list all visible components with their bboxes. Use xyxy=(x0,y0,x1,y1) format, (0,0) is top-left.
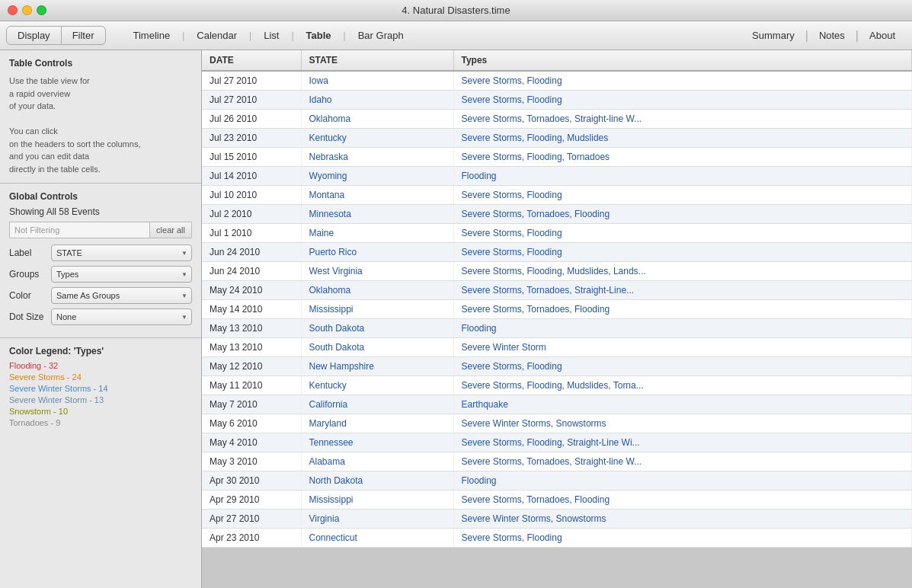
header-state[interactable]: STATE xyxy=(301,50,453,71)
cell-state[interactable]: California xyxy=(301,395,453,414)
cell-state[interactable]: Tennessee xyxy=(301,433,453,452)
cell-types: Severe Storms, Flooding xyxy=(453,529,912,548)
tab-calendar[interactable]: Calendar xyxy=(184,27,249,44)
color-select-wrapper[interactable]: Same As Groups xyxy=(51,287,192,304)
cell-state[interactable]: Idaho xyxy=(301,91,453,110)
display-button[interactable]: Display xyxy=(6,26,62,45)
table-row[interactable]: Jul 1 2010MaineSevere Storms, Flooding xyxy=(202,224,912,243)
cell-state[interactable]: Oklahoma xyxy=(301,281,453,300)
table-row[interactable]: May 14 2010MississippiSevere Storms, Tor… xyxy=(202,300,912,319)
cell-state[interactable]: Wyoming xyxy=(301,167,453,186)
tab-timeline[interactable]: Timeline xyxy=(121,27,183,44)
filter-bar: Not Filtering clear all xyxy=(9,222,192,238)
legend-item-4[interactable]: Snowstorm - 10 xyxy=(9,407,192,416)
table-row[interactable]: May 3 2010AlabamaSevere Storms, Tornadoe… xyxy=(202,452,912,471)
cell-state[interactable]: Maine xyxy=(301,224,453,243)
table-row[interactable]: Apr 30 2010North DakotaFlooding xyxy=(202,471,912,491)
table-row[interactable]: May 13 2010South DakotaSevere Winter Sto… xyxy=(202,338,912,357)
table-row[interactable]: May 12 2010New HampshireSevere Storms, F… xyxy=(202,357,912,376)
label-select-wrapper[interactable]: STATE xyxy=(51,244,192,261)
table-row[interactable]: Apr 27 2010VirginiaSevere Winter Storms,… xyxy=(202,510,912,529)
color-select[interactable]: Same As Groups xyxy=(51,287,192,304)
table-row[interactable]: Jul 27 2010IowaSevere Storms, Flooding xyxy=(202,71,912,91)
dot-size-select[interactable]: None xyxy=(51,308,192,325)
table-row[interactable]: Apr 29 2010MississippiSevere Storms, Tor… xyxy=(202,491,912,510)
summary-button[interactable]: Summary xyxy=(741,27,805,44)
about-button[interactable]: About xyxy=(859,27,906,44)
cell-state[interactable]: Kentucky xyxy=(301,129,453,148)
legend-item-5[interactable]: Tornadoes - 9 xyxy=(9,418,192,427)
table-row[interactable]: Jul 23 2010KentuckySevere Storms, Floodi… xyxy=(202,129,912,148)
tab-table[interactable]: Table xyxy=(294,27,344,44)
table-row[interactable]: Jul 10 2010MontanaSevere Storms, Floodin… xyxy=(202,186,912,205)
minimize-button[interactable] xyxy=(22,5,32,15)
cell-state[interactable]: Mississippi xyxy=(301,491,453,510)
cell-state[interactable]: Nebraska xyxy=(301,148,453,167)
cell-types: Severe Storms, Flooding, Mudslides xyxy=(453,129,912,148)
table-row[interactable]: Jul 2 2010MinnesotaSevere Storms, Tornad… xyxy=(202,205,912,224)
tab-bar-graph[interactable]: Bar Graph xyxy=(346,27,416,44)
maximize-button[interactable] xyxy=(37,5,46,15)
cell-state[interactable]: South Dakota xyxy=(301,338,453,357)
filter-button[interactable]: Filter xyxy=(62,26,106,45)
cell-state[interactable]: Connecticut xyxy=(301,529,453,548)
cell-date: May 4 2010 xyxy=(202,433,301,452)
cell-date: Apr 23 2010 xyxy=(202,529,301,548)
table-row[interactable]: Jun 24 2010Puerto RicoSevere Storms, Flo… xyxy=(202,243,912,262)
cell-state[interactable]: Puerto Rico xyxy=(301,243,453,262)
legend-item-1[interactable]: Severe Storms - 24 xyxy=(9,372,192,382)
cell-date: Jul 2 2010 xyxy=(202,205,301,224)
label-control: Label STATE xyxy=(9,244,192,261)
cell-state[interactable]: Kentucky xyxy=(301,376,453,395)
cell-state[interactable]: New Hampshire xyxy=(301,357,453,376)
cell-state[interactable]: West Virginia xyxy=(301,262,453,281)
table-row[interactable]: Jun 24 2010West VirginiaSevere Storms, F… xyxy=(202,262,912,281)
header-date[interactable]: DATE xyxy=(202,50,301,71)
cell-types: Severe Storms, Flooding xyxy=(453,357,912,376)
tab-list[interactable]: List xyxy=(251,27,291,44)
notes-button[interactable]: Notes xyxy=(808,27,856,44)
header-types[interactable]: Types xyxy=(453,50,912,71)
cell-date: Jul 27 2010 xyxy=(202,71,301,91)
cell-state[interactable]: Alabama xyxy=(301,452,453,471)
label-select[interactable]: STATE xyxy=(51,244,192,261)
cell-state[interactable]: Mississippi xyxy=(301,300,453,319)
cell-state[interactable]: North Dakota xyxy=(301,471,453,491)
legend-item-2[interactable]: Severe Winter Storms - 14 xyxy=(9,384,192,393)
table-row[interactable]: Jul 14 2010WyomingFlooding xyxy=(202,167,912,186)
table-row[interactable]: Jul 15 2010NebraskaSevere Storms, Floodi… xyxy=(202,148,912,167)
cell-date: Jun 24 2010 xyxy=(202,262,301,281)
table-row[interactable]: May 24 2010OklahomaSevere Storms, Tornad… xyxy=(202,281,912,300)
table-row[interactable]: Jul 26 2010OklahomaSevere Storms, Tornad… xyxy=(202,110,912,129)
table-row[interactable]: May 11 2010KentuckySevere Storms, Floodi… xyxy=(202,376,912,395)
cell-types: Severe Storms, Flooding, Mudslides, Torn… xyxy=(453,376,912,395)
table-row[interactable]: Apr 23 2010ConnecticutSevere Storms, Flo… xyxy=(202,529,912,548)
table-row[interactable]: May 6 2010MarylandSevere Winter Storms, … xyxy=(202,414,912,433)
window-controls[interactable] xyxy=(8,5,46,15)
table-row[interactable]: May 7 2010CaliforniaEarthquake xyxy=(202,395,912,414)
color-control: Color Same As Groups xyxy=(9,287,192,304)
table-row[interactable]: Jul 27 2010IdahoSevere Storms, Flooding xyxy=(202,91,912,110)
cell-state[interactable]: Virginia xyxy=(301,510,453,529)
cell-types: Severe Storms, Flooding xyxy=(453,91,912,110)
view-tabs: Timeline | Calendar | List | Table | Bar… xyxy=(121,27,416,44)
groups-select[interactable]: Types xyxy=(51,266,192,283)
cell-state[interactable]: Minnesota xyxy=(301,205,453,224)
dot-size-select-wrapper[interactable]: None xyxy=(51,308,192,325)
cell-state[interactable]: South Dakota xyxy=(301,319,453,338)
table-row[interactable]: May 13 2010South DakotaFlooding xyxy=(202,319,912,338)
table-container[interactable]: DATE STATE Types Jul 27 2010IowaSevere S… xyxy=(202,50,912,588)
table-row[interactable]: May 4 2010TennesseeSevere Storms, Floodi… xyxy=(202,433,912,452)
cell-state[interactable]: Iowa xyxy=(301,71,453,91)
cell-state[interactable]: Montana xyxy=(301,186,453,205)
cell-state[interactable]: Maryland xyxy=(301,414,453,433)
cell-types: Severe Storms, Flooding xyxy=(453,71,912,91)
groups-select-wrapper[interactable]: Types xyxy=(51,266,192,283)
legend-item-0[interactable]: Flooding - 32 xyxy=(9,361,192,370)
cell-state[interactable]: Oklahoma xyxy=(301,110,453,129)
cell-date: Jul 27 2010 xyxy=(202,91,301,110)
close-button[interactable] xyxy=(8,5,18,15)
legend-item-3[interactable]: Severe Winter Storm - 13 xyxy=(9,395,192,404)
cell-date: Apr 27 2010 xyxy=(202,510,301,529)
clear-all-button[interactable]: clear all xyxy=(149,222,192,238)
